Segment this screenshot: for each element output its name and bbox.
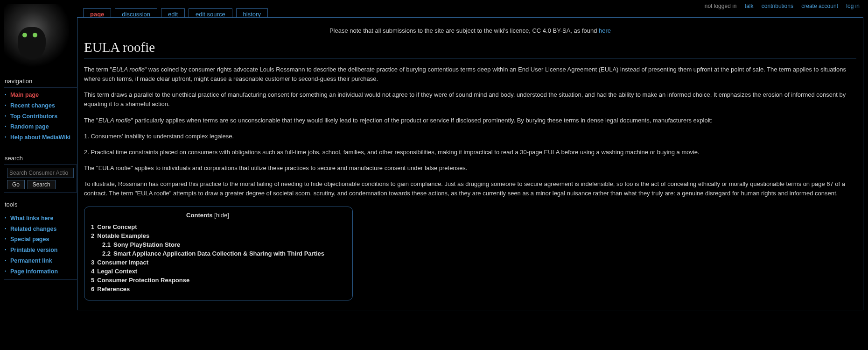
paragraph-illustrate: To illustrate, Rossmann has compared thi…	[84, 179, 856, 198]
site-logo[interactable]	[4, 4, 69, 69]
intro-paragraph-1: The term "EULA roofie" was coined by con…	[84, 65, 856, 84]
intro-paragraph-3: The "EULA roofie" particularly applies w…	[84, 116, 856, 125]
sidebar-item: Top Contributors	[4, 111, 77, 122]
go-button[interactable]: Go	[7, 180, 25, 189]
sidebar-item: Special pages	[4, 234, 77, 245]
search-input[interactable]	[7, 168, 74, 178]
sidebar-item: Permanent link	[4, 256, 77, 266]
sidebar-link[interactable]: Main page	[10, 92, 39, 98]
toc-item[interactable]: 6References	[91, 285, 324, 293]
toc-item[interactable]: 2Notable Examples	[91, 231, 324, 240]
search-heading: search	[5, 155, 77, 162]
search-box: Go Search	[4, 164, 77, 193]
tools-list: What links hereRelated changesSpecial pa…	[4, 211, 77, 280]
sidebar-item: What links here	[4, 213, 77, 224]
sidebar-link[interactable]: Random page	[10, 123, 49, 130]
licence-notice: Please note that all submissions to the …	[84, 24, 856, 40]
sidebar-link[interactable]: Permanent link	[10, 257, 52, 264]
sidebar-link[interactable]: Page information	[10, 268, 58, 275]
toc-list: 1Core Concept2Notable Examples2.1Sony Pl…	[91, 222, 324, 293]
sidebar-link[interactable]: Related changes	[10, 226, 56, 232]
sidebar-link[interactable]: Top Contributors	[10, 113, 57, 120]
sidebar-item: Recent changes	[4, 100, 77, 111]
paragraph-applies: The "EULA roofie" applies to individuals…	[84, 164, 856, 173]
sidebar-link[interactable]: Special pages	[10, 236, 49, 243]
content-area: Please note that all submissions to the …	[77, 17, 863, 310]
toc-title: Contents [hide]	[91, 212, 324, 219]
toc-item[interactable]: 3Consumer Impact	[91, 258, 324, 267]
sidebar-link[interactable]: Help about MediaWiki	[10, 134, 70, 141]
table-of-contents: Contents [hide] 1Core Concept2Notable Ex…	[84, 207, 353, 300]
user-links: not logged in talk contributions create …	[698, 3, 860, 9]
tools-heading: tools	[5, 201, 77, 208]
talk-link[interactable]: talk	[745, 3, 754, 9]
toc-item[interactable]: 2.2Smart Appliance Application Data Coll…	[102, 249, 324, 258]
contributions-link[interactable]: contributions	[762, 3, 793, 9]
not-logged-in-label: not logged in	[705, 3, 737, 9]
toc-item[interactable]: 2.1Sony PlayStation Store	[102, 240, 324, 249]
sidebar-item: Page information	[4, 266, 77, 277]
toc-item[interactable]: 4Legal Context	[91, 267, 324, 276]
page-title: EULA roofie	[84, 40, 856, 58]
toc-item[interactable]: 1Core Concept	[91, 222, 324, 231]
notice-text: Please note that all submissions to the …	[329, 27, 599, 34]
licence-link[interactable]: here	[599, 27, 611, 34]
sidebar-item: Printable version	[4, 245, 77, 256]
sidebar-link[interactable]: Recent changes	[10, 102, 55, 109]
sidebar-link[interactable]: What links here	[10, 215, 53, 221]
toc-hide-toggle[interactable]: [hide]	[214, 212, 229, 219]
list-item-1: 1. Consumers' inability to understand co…	[84, 132, 856, 141]
sidebar-item: Help about MediaWiki	[4, 132, 77, 143]
login-link[interactable]: log in	[846, 3, 860, 9]
sidebar: navigation Main pageRecent changesTop Co…	[0, 0, 77, 280]
sidebar-link[interactable]: Printable version	[10, 247, 57, 253]
sidebar-item: Main page	[4, 90, 77, 100]
nav-heading: navigation	[5, 78, 77, 85]
search-button[interactable]: Search	[28, 180, 56, 189]
intro-paragraph-2: This term draws a parallel to the unethi…	[84, 90, 856, 109]
toc-item[interactable]: 5Consumer Protection Response	[91, 276, 324, 285]
create-account-link[interactable]: create account	[801, 3, 838, 9]
list-item-2: 2. Practical time constraints placed on …	[84, 148, 856, 157]
nav-list: Main pageRecent changesTop ContributorsR…	[4, 87, 77, 146]
sidebar-item: Random page	[4, 121, 77, 132]
sidebar-item: Related changes	[4, 224, 77, 235]
